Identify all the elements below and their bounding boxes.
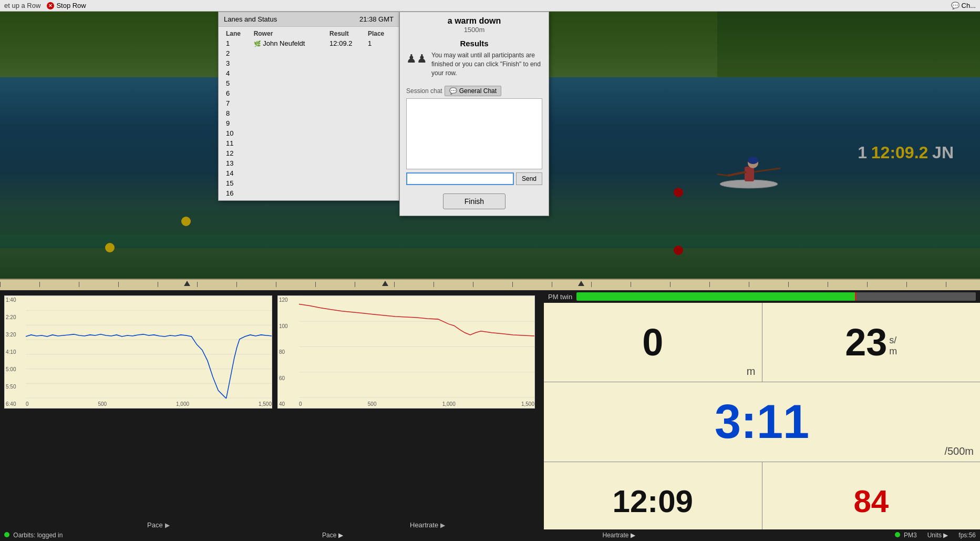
pm-distance-unit: m xyxy=(747,365,756,377)
chat-messages xyxy=(406,98,542,169)
ruler-tick xyxy=(236,282,237,287)
bottom-area: 1:40 2:20 3:20 4:10 5:00 5:50 6:40 xyxy=(0,290,980,541)
table-row: 2 xyxy=(223,48,395,58)
ruler-tick xyxy=(39,282,40,287)
pace-y-labels: 1:40 2:20 3:20 4:10 5:00 5:50 6:40 xyxy=(6,296,27,408)
ruler-tick xyxy=(473,282,473,287)
ruler-tick xyxy=(0,282,1,287)
table-row: 7 xyxy=(223,98,395,108)
ruler-tick xyxy=(79,282,79,287)
ruler-tick xyxy=(394,282,395,287)
ruler-arrow-3 xyxy=(578,281,584,286)
general-chat-button[interactable]: 💬 General Chat xyxy=(445,86,501,96)
finish-button-area: Finish xyxy=(400,189,549,216)
ruler-tick xyxy=(828,282,828,287)
ruler-tick xyxy=(276,282,276,287)
pace-status-arrow[interactable]: ▶ xyxy=(338,532,343,539)
chat-input-row: Send xyxy=(406,172,542,185)
chat-label: Session chat xyxy=(406,87,442,95)
pace-x-labels: 05001,0001,500 xyxy=(26,401,272,407)
ruler-tick xyxy=(906,282,907,287)
table-row: 13 xyxy=(223,158,395,168)
col-result: Result xyxy=(326,29,365,38)
pace-bottom-label: Pace ▶ xyxy=(147,521,170,529)
heartrate-bottom-label: Heartrate ▶ xyxy=(410,521,445,529)
ruler-tick xyxy=(867,282,868,287)
ruler-tick xyxy=(158,282,158,287)
ruler-tick xyxy=(552,282,552,287)
lanes-table: Lane Rower Result Place 1 🌿 John Neufeld… xyxy=(219,27,399,200)
results-header: a warm down 1500m xyxy=(400,12,549,36)
ruler-tick xyxy=(118,282,119,287)
table-row: 8 xyxy=(223,108,395,118)
ruler-tick xyxy=(434,282,434,287)
pm-strokerate-cell: 23 s/m xyxy=(762,303,981,382)
pace-arrow[interactable]: ▶ xyxy=(165,522,170,529)
lanes-header: Lanes and Status 21:38 GMT xyxy=(219,12,399,27)
ruler-tick xyxy=(709,282,710,287)
pm-elapsed-value: 12:09 xyxy=(613,486,693,517)
race-dist: 1500m xyxy=(406,26,542,34)
stop-row-button[interactable]: ✕ Stop Row xyxy=(47,2,86,9)
chart-panel: 1:40 2:20 3:20 4:10 5:00 5:50 6:40 xyxy=(0,290,544,541)
table-row: 6 xyxy=(223,88,395,98)
table-row: 9 xyxy=(223,118,395,128)
table-row: 4 xyxy=(223,68,395,78)
pm-distance-cell: 0 m xyxy=(544,303,762,382)
ruler-tick xyxy=(512,282,513,287)
ruler-tick xyxy=(591,282,592,287)
pm3-dot xyxy=(895,532,900,537)
pm-pace-cell: 3:11 /500m xyxy=(544,382,980,461)
ruler-tick xyxy=(788,282,789,287)
units-status[interactable]: Units ▶ xyxy=(927,532,948,539)
results-body: ♟♟ You may wait until all participants a… xyxy=(400,51,549,81)
table-row: 5 xyxy=(223,78,395,88)
ruler-tick xyxy=(670,282,670,287)
ruler-arrow-2 xyxy=(382,281,388,286)
lanes-time: 21:38 GMT xyxy=(359,15,394,23)
top-bar: et up a Row ✕ Stop Row 💬 Ch... xyxy=(0,0,980,12)
chess-icon: ♟♟ xyxy=(406,51,427,67)
col-lane: Lane xyxy=(223,29,251,38)
chat-input[interactable] xyxy=(406,172,514,185)
pm-pace-unit: /500m xyxy=(944,445,974,457)
ruler-arrow-1 xyxy=(184,281,190,286)
status-bar: Oarbits: logged in Pace ▶ Heartrate ▶ PM… xyxy=(0,529,980,541)
heartrate-status-arrow[interactable]: ▶ xyxy=(631,532,635,539)
pm-header: PM twin xyxy=(544,290,980,303)
chat-icon-top: 💬 xyxy=(951,2,960,9)
pm-panel: PM twin 0 m 23 s/m xyxy=(544,290,980,541)
chat-link[interactable]: 💬 Ch... xyxy=(951,2,976,9)
oarbits-status: Oarbits: logged in xyxy=(4,532,63,539)
lanes-dialog: Lanes and Status 21:38 GMT Lane Rower Re… xyxy=(218,12,399,201)
pace-status: Pace ▶ xyxy=(322,532,343,539)
send-button[interactable]: Send xyxy=(516,172,542,185)
pace-text: Pace xyxy=(147,521,163,529)
col-rower: Rower xyxy=(251,29,326,38)
fps-status: fps:56 xyxy=(958,532,976,539)
table-row: 12 xyxy=(223,148,395,158)
table-row: 3 xyxy=(223,58,395,68)
heartrate-arrow[interactable]: ▶ xyxy=(440,522,445,529)
ruler-tick xyxy=(946,282,946,287)
pm-strokerate-unit: s/m xyxy=(889,335,897,357)
table-row: 11 xyxy=(223,138,395,148)
pm-display: 0 m 23 s/m 3:11 /500m 12:09 xyxy=(544,303,980,541)
pm-bar xyxy=(576,292,976,301)
pace-chart-grid xyxy=(26,296,272,399)
setup-row-link[interactable]: et up a Row xyxy=(4,2,40,9)
finish-button[interactable]: Finish xyxy=(443,193,506,209)
results-dialog: a warm down 1500m Results ♟♟ You may wai… xyxy=(399,12,549,216)
ruler-tick xyxy=(315,282,316,287)
table-row: 14 xyxy=(223,168,395,178)
results-message: ♟♟ You may wait until all participants a… xyxy=(406,51,542,77)
table-row: 16 xyxy=(223,188,395,198)
ruler-tick xyxy=(631,282,631,287)
status-dot xyxy=(4,532,9,537)
col-place: Place xyxy=(365,29,395,38)
chat-area: Session chat 💬 General Chat Send xyxy=(400,81,549,189)
table-row: 15 xyxy=(223,178,395,188)
heartrate-text: Heartrate xyxy=(410,521,438,529)
table-row: 10 xyxy=(223,128,395,138)
pm-distance-value: 0 xyxy=(642,323,663,361)
